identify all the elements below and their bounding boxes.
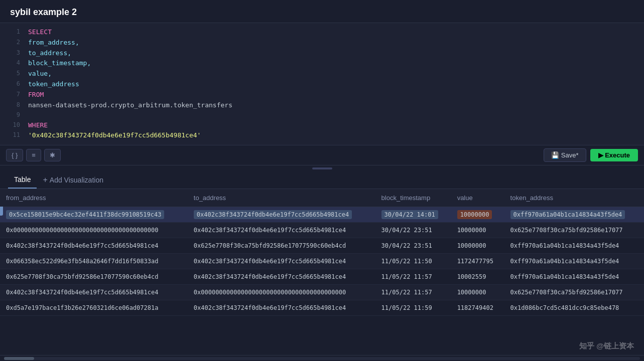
- table-cell-token_address: 0x625e7708f30ca75bfd92586e17077: [504, 285, 644, 300]
- table-header: from_address to_address block_timestamp …: [0, 189, 644, 207]
- code-field: to_address,: [28, 48, 71, 59]
- code-plain: nansen-datasets-prod.crypto_arbitrum.tok…: [28, 100, 232, 111]
- line-number: 10: [6, 120, 20, 130]
- table-row[interactable]: 0x625e7708f30ca75bfd92586e17077590c60eb4…: [0, 269, 644, 285]
- line-number: 3: [6, 48, 20, 58]
- table-cell-value: 10000000: [451, 207, 504, 223]
- code-line-4: 4 block_timestamp,: [0, 58, 644, 69]
- header: sybil example 2: [0, 0, 644, 23]
- line-number: 2: [6, 38, 20, 47]
- line-number: 6: [6, 79, 20, 89]
- line-number: 8: [6, 100, 20, 110]
- table-cell-from_address: 0x625e7708f30ca75bfd92586e17077590c60eb4…: [0, 269, 188, 285]
- table-cell-block_timestamp: 11/05/22 11:50: [375, 254, 451, 269]
- resize-handle[interactable]: [0, 165, 644, 171]
- drag-indicator: [312, 167, 332, 169]
- table-cell-to_address: 0x402c38f343724f0db4e6e19f7cc5d665b4981c…: [188, 269, 375, 285]
- table-cell-value: 10002559: [451, 269, 504, 285]
- plus-icon: +: [43, 175, 47, 185]
- col-token-address: token_address: [504, 189, 644, 207]
- table-cell-from_address: 0x066358ec522d96e3fb548a2646f7dd16f50833…: [0, 254, 188, 269]
- editor-toolbar: { } ≡ ✱ 💾 Save* ▶ Execute: [0, 145, 644, 165]
- line-number: 7: [6, 90, 20, 99]
- table-row[interactable]: 0xd5a7e197bace1f3b26e2760321d6ce06ad0728…: [0, 300, 644, 316]
- code-line-11: 11 '0x402c38f343724f0db4e6e19f7cc5d665b4…: [0, 130, 644, 141]
- line-number: 1: [6, 27, 20, 37]
- table-cell-value: 10000000: [451, 223, 504, 238]
- table-cell-value: 1172477795: [451, 254, 504, 269]
- json-view-button[interactable]: { }: [6, 149, 23, 161]
- table-cell-block_timestamp: 30/04/22 23:51: [375, 223, 451, 238]
- table-cell-token_address: 0xff970a61a04b1ca14834a43f5de4: [504, 207, 644, 223]
- tab-table[interactable]: Table: [8, 171, 37, 189]
- table-cell-value: 1182749402: [451, 300, 504, 316]
- table-cell-to_address: 0x625e7708f30ca75bfd92586e17077590c60eb4…: [188, 238, 375, 254]
- col-value: value: [451, 189, 504, 207]
- code-field: block_timestamp,: [28, 58, 91, 69]
- code-line-1: 1 SELECT: [0, 27, 644, 38]
- table-body: 0x5ce158015e9bc4ec32ef4411f38dc99108519c…: [0, 207, 644, 316]
- col-from-address: from_address: [0, 189, 188, 207]
- code-line-3: 3 to_address,: [0, 48, 644, 59]
- line-number: 5: [6, 69, 20, 78]
- code-field: value,: [28, 69, 52, 79]
- page-title: sybil example 2: [10, 7, 634, 18]
- results-tabs-bar: Table + Add Visualization: [0, 171, 644, 189]
- table-row[interactable]: 0x066358ec522d96e3fb548a2646f7dd16f50833…: [0, 254, 644, 269]
- table-cell-from_address: 0x5ce158015e9bc4ec32ef4411f38dc99108519c…: [0, 207, 188, 223]
- table-row[interactable]: 0x402c38f343724f0db4e6e19f7cc5d665b4981c…: [0, 238, 644, 254]
- table-cell-to_address: 0x402c38f343724f0db4e6e19f7cc5d665b4981c…: [188, 223, 375, 238]
- toolbar-left-group: { } ≡ ✱: [6, 149, 61, 161]
- code-keyword: FROM: [28, 90, 44, 100]
- code-line-10: 10 WHERE: [0, 120, 644, 131]
- table-row[interactable]: 0x00000000000000000000000000000000000000…: [0, 223, 644, 238]
- table-cell-token_address: 0x625e7708f30ca75bfd92586e17077: [504, 223, 644, 238]
- table-cell-token_address: 0x1d086bc7cd5c481dcc9c85ebe478: [504, 300, 644, 316]
- table-cell-to_address: 0x402c38f343724f0db4e6e19f7cc5d665b4981c…: [188, 207, 375, 223]
- table-cell-value: 10000000: [451, 285, 504, 300]
- line-number: 4: [6, 58, 20, 68]
- results-table-container[interactable]: from_address to_address block_timestamp …: [0, 189, 644, 361]
- save-button[interactable]: 💾 Save*: [544, 148, 586, 162]
- table-cell-to_address: 0x402c38f343724f0db4e6e19f7cc5d665b4981c…: [188, 300, 375, 316]
- table-row[interactable]: 0x5ce158015e9bc4ec32ef4411f38dc99108519c…: [0, 207, 644, 223]
- code-line-8: 8 nansen-datasets-prod.crypto_arbitrum.t…: [0, 100, 644, 111]
- code-string: '0x402c38f343724f0db4e6e19f7cc5d665b4981…: [28, 130, 201, 141]
- code-editor[interactable]: 1 SELECT 2 from_address, 3 to_address, 4…: [0, 23, 644, 145]
- table-row[interactable]: 0x402c38f343724f0db4e6e19f7cc5d665b4981c…: [0, 285, 644, 300]
- table-cell-block_timestamp: 30/04/22 14:01: [375, 207, 451, 223]
- table-cell-block_timestamp: 11/05/22 11:57: [375, 269, 451, 285]
- line-number: 11: [6, 130, 20, 140]
- table-cell-token_address: 0xff970a61a04b1ca14834a43f5de4: [504, 269, 644, 285]
- horizontal-scrollbar[interactable]: [0, 355, 644, 361]
- code-line-9: 9: [0, 110, 644, 120]
- settings-button[interactable]: ✱: [44, 149, 61, 161]
- table-cell-token_address: 0xff970a61a04b1ca14834a43f5de4: [504, 254, 644, 269]
- table-cell-to_address: 0x402c38f343724f0db4e6e19f7cc5d665b4981c…: [188, 254, 375, 269]
- execute-button[interactable]: ▶ Execute: [590, 149, 638, 161]
- table-cell-to_address: 0x00000000000000000000000000000000000000…: [188, 285, 375, 300]
- toolbar-right-group: 💾 Save* ▶ Execute: [544, 148, 638, 162]
- list-view-button[interactable]: ≡: [26, 149, 41, 161]
- table-cell-from_address: 0xd5a7e197bace1f3b26e2760321d6ce06ad0728…: [0, 300, 188, 316]
- table-cell-from_address: 0x402c38f343724f0db4e6e19f7cc5d665b4981c…: [0, 285, 188, 300]
- table-cell-from_address: 0x00000000000000000000000000000000000000…: [0, 223, 188, 238]
- code-line-2: 2 from_address,: [0, 38, 644, 48]
- table-cell-value: 10000000: [451, 238, 504, 254]
- table-cell-block_timestamp: 11/05/22 11:57: [375, 285, 451, 300]
- scrollbar-thumb: [4, 357, 34, 360]
- code-keyword: SELECT: [28, 27, 52, 38]
- code-keyword: WHERE: [28, 120, 48, 131]
- code-field: from_address,: [28, 38, 79, 48]
- add-visualization-button[interactable]: + Add Visualization: [37, 171, 109, 189]
- code-field: token_address: [28, 79, 79, 90]
- table-cell-block_timestamp: 30/04/22 23:51: [375, 238, 451, 254]
- col-to-address: to_address: [188, 189, 375, 207]
- add-viz-label: Add Visualization: [50, 176, 103, 184]
- code-line-7: 7 FROM: [0, 90, 644, 100]
- table-cell-block_timestamp: 11/05/22 11:59: [375, 300, 451, 316]
- table-cell-token_address: 0xff970a61a04b1ca14834a43f5de4: [504, 238, 644, 254]
- table-cell-from_address: 0x402c38f343724f0db4e6e19f7cc5d665b4981c…: [0, 238, 188, 254]
- col-block-timestamp: block_timestamp: [375, 189, 451, 207]
- code-line-5: 5 value,: [0, 69, 644, 79]
